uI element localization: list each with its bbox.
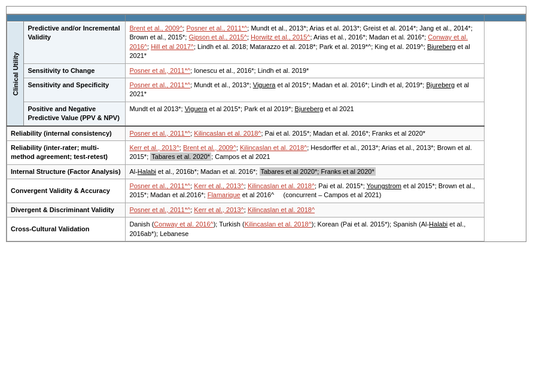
studies-cell: Posner et al., 2011*^; Kerr et al., 2013… (126, 179, 485, 203)
table-row: Clinical UtilityPredictive and/or Increm… (7, 22, 526, 64)
studies-cell: Kerr et al., 2013^; Brent et al., 2009^;… (126, 140, 485, 164)
table-row: Convergent Validity & AccuracyPosner et … (7, 179, 526, 203)
property-cell: Positive and Negative Predictive Value (… (24, 102, 126, 125)
table-title (7, 7, 526, 14)
main-table-container: Clinical UtilityPredictive and/or Increm… (6, 6, 526, 242)
empty-cell: Cross-Cultural Validation (7, 218, 126, 241)
empty-cell: Divergent & Discriminant Validity (7, 203, 126, 217)
studies-cell: Mundt et al 2013*; Viguera et al 2015*; … (126, 102, 485, 125)
empty-cell: Reliability (internal consistency) (7, 126, 126, 141)
property-cell: Predictive and/or Incremental Validity (24, 22, 126, 64)
studies-cell: Posner et al., 2011*^; Kilincaslan et al… (126, 126, 485, 141)
header-studies (485, 15, 526, 22)
clinical-utility-label: Clinical Utility (7, 22, 24, 126)
table-row: Internal Structure (Factor Analysis)Al-H… (7, 164, 526, 179)
empty-cell: Convergent Validity & Accuracy (7, 179, 126, 203)
data-table: Clinical UtilityPredictive and/or Increm… (7, 14, 526, 241)
table-row: Divergent & Discriminant ValidityPosner … (7, 203, 526, 217)
table-row: Sensitivity and SpecificityPosner et al.… (7, 78, 526, 102)
header-empty (7, 15, 126, 22)
table-row: Cross-Cultural ValidationDanish (Conway … (7, 218, 526, 241)
empty-cell: Internal Structure (Factor Analysis) (7, 164, 126, 179)
studies-cell: Al-Halabi et al., 2016b*; Madan et al. 2… (126, 164, 485, 179)
studies-cell: Danish (Conway et al. 2016^); Turkish (K… (126, 218, 485, 241)
table-row: Positive and Negative Predictive Value (… (7, 102, 526, 125)
table-row: Sensitivity to ChangePosner et al., 2011… (7, 63, 526, 78)
studies-cell: Posner et al., 2011*^; Kerr et al., 2013… (126, 203, 485, 217)
table-row: Reliability (internal consistency)Posner… (7, 126, 526, 141)
empty-cell: Reliability (inter-rater; multi-method a… (7, 140, 126, 164)
studies-cell: Posner et al., 2011*^; Mundt et al., 201… (126, 78, 485, 102)
studies-cell: Brent et al., 2009^; Posner et al., 2011… (126, 22, 485, 64)
property-cell: Sensitivity to Change (24, 63, 126, 78)
table-row: Reliability (inter-rater; multi-method a… (7, 140, 526, 164)
studies-cell: Posner et al., 2011*^; Ionescu et al., 2… (126, 63, 485, 78)
property-cell: Sensitivity and Specificity (24, 78, 126, 102)
header-property (126, 15, 485, 22)
